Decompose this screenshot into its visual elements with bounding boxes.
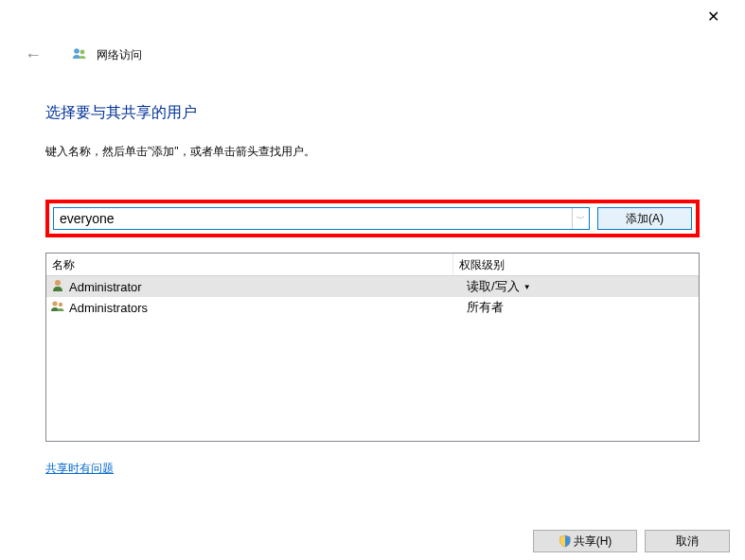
footer: 共享(H) 取消 [533,530,730,552]
cell-permission[interactable]: 读取/写入▼ [461,278,699,295]
page-heading: 选择要与其共享的用户 [45,103,700,123]
user-icon [50,278,65,296]
cancel-button[interactable]: 取消 [645,530,730,552]
user-input[interactable] [54,208,572,229]
network-icon [72,46,87,64]
back-arrow-icon[interactable]: ← [21,45,45,65]
table-header: 名称 权限级别 [46,254,699,276]
permission-label: 读取/写入 [467,278,520,295]
add-button[interactable]: 添加(A) [597,207,692,230]
svg-point-4 [59,302,62,306]
table-row[interactable]: Administrator读取/写入▼ [46,276,699,297]
add-user-row-highlight: ﹀ 添加(A) [45,200,700,237]
user-name-label: Administrators [69,301,148,315]
header: ← 网络访问 [0,0,745,65]
user-icon [50,299,65,317]
table-row[interactable]: Administrators所有者 [46,297,699,318]
share-button-label: 共享(H) [574,534,612,550]
cell-permission: 所有者 [461,299,699,316]
window-title: 网络访问 [97,47,142,63]
col-header-perm[interactable]: 权限级别 [453,254,699,275]
instruction-text: 键入名称，然后单击"添加"，或者单击箭头查找用户。 [45,144,700,160]
share-button[interactable]: 共享(H) [533,530,637,552]
trouble-link[interactable]: 共享时有问题 [45,461,114,477]
cell-name: Administrators [46,299,461,317]
user-combobox[interactable]: ﹀ [53,207,590,230]
shield-icon [559,534,572,548]
close-button[interactable]: ✕ [694,6,732,28]
col-header-name[interactable]: 名称 [46,254,453,275]
user-name-label: Administrator [69,280,142,294]
svg-point-3 [52,301,57,306]
svg-point-0 [74,48,80,54]
chevron-down-icon: ▼ [523,283,531,291]
dropdown-caret-icon[interactable]: ﹀ [572,208,589,229]
svg-point-2 [55,280,61,286]
users-table: 名称 权限级别 Administrator读取/写入▼Administrator… [45,253,700,442]
svg-point-1 [80,50,85,55]
permission-label: 所有者 [467,299,504,316]
cell-name: Administrator [46,278,461,296]
